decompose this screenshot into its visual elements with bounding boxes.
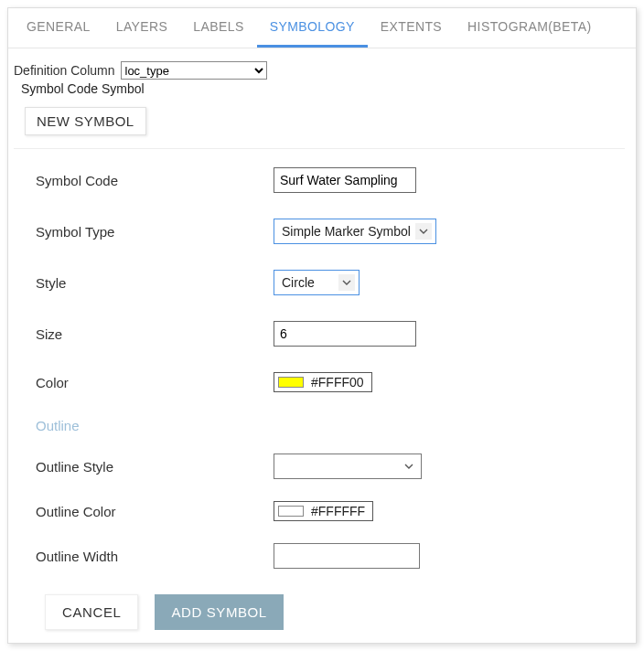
style-label: Style [36, 275, 274, 291]
content-area: Definition Column loc_type Symbol Code S… [8, 48, 636, 630]
color-label: Color [36, 375, 274, 390]
symbol-code-symbol-label: Symbol Code Symbol [21, 81, 625, 96]
outline-width-input[interactable] [274, 543, 420, 569]
symbol-type-select[interactable]: Simple Marker Symbol [274, 219, 436, 244]
size-input[interactable] [274, 321, 416, 347]
symbol-type-value: Simple Marker Symbol [274, 224, 418, 239]
color-picker[interactable]: #FFFF00 [274, 372, 372, 392]
tab-bar: GENERAL LAYERS LABELS SYMBOLOGY EXTENTS … [8, 8, 636, 48]
outline-color-picker[interactable]: #FFFFFF [274, 501, 373, 521]
size-label: Size [36, 326, 274, 342]
tab-symbology[interactable]: SYMBOLOGY [257, 8, 368, 48]
outline-style-label: Outline Style [36, 459, 274, 475]
symbol-form: Symbol Code Symbol Type Simple Marker Sy… [14, 148, 625, 630]
chevron-down-icon [415, 223, 432, 240]
style-value: Circle [274, 275, 322, 290]
style-select[interactable]: Circle [274, 270, 360, 295]
button-row: CANCEL ADD SYMBOL [36, 594, 625, 630]
outline-width-label: Outline Width [36, 549, 274, 564]
outline-color-value: #FFFFFF [311, 504, 365, 518]
symbol-code-input[interactable] [274, 167, 416, 193]
tab-labels[interactable]: LABELS [180, 8, 256, 48]
outline-section-title: Outline [36, 418, 625, 433]
tab-histogram[interactable]: HISTOGRAM(BETA) [455, 8, 604, 48]
tab-layers[interactable]: LAYERS [103, 8, 181, 48]
definition-column-row: Definition Column loc_type [14, 61, 625, 80]
new-symbol-button[interactable]: NEW SYMBOL [25, 107, 146, 135]
outline-color-label: Outline Color [36, 504, 274, 519]
add-symbol-button[interactable]: ADD SYMBOL [155, 594, 283, 630]
definition-column-select[interactable]: loc_type [121, 61, 267, 80]
color-value: #FFFF00 [311, 375, 364, 390]
symbol-code-label: Symbol Code [36, 173, 274, 188]
cancel-button[interactable]: CANCEL [45, 594, 138, 630]
definition-column-label: Definition Column [14, 63, 115, 78]
outline-style-select[interactable] [274, 454, 422, 479]
chevron-down-icon [338, 274, 355, 291]
color-swatch [278, 377, 304, 388]
symbol-type-label: Symbol Type [36, 224, 274, 240]
outline-color-swatch [278, 506, 304, 517]
symbology-panel: GENERAL LAYERS LABELS SYMBOLOGY EXTENTS … [7, 7, 637, 644]
tab-extents[interactable]: EXTENTS [368, 8, 455, 48]
chevron-down-icon [401, 458, 417, 475]
tab-general[interactable]: GENERAL [14, 8, 103, 48]
